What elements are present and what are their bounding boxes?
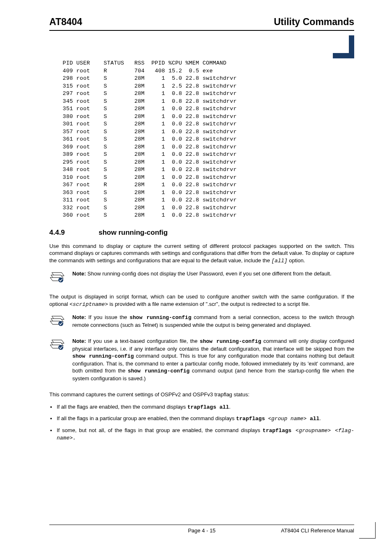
list-item: If some, but not all, of the flags in th… <box>49 427 354 442</box>
note-label: Note: <box>72 314 86 320</box>
section-number: 4.4.9 <box>49 229 99 237</box>
svg-point-11 <box>58 345 63 350</box>
note-icon <box>49 271 67 284</box>
intro-paragraph: Use this command to display or capture t… <box>49 243 354 265</box>
text: . <box>229 404 231 410</box>
note-icon <box>49 338 67 352</box>
text: If you issue the <box>86 314 129 320</box>
note-icon <box>49 314 67 328</box>
text: is provided with a file name extension o… <box>108 301 310 307</box>
note-block-1: Note: Show running-config does not displ… <box>49 270 354 284</box>
code: trapflags <box>263 428 295 434</box>
note-label: Note: <box>72 338 86 344</box>
crop-mark <box>359 522 376 539</box>
code: show running-config <box>129 314 191 321</box>
code: show running-config <box>128 368 189 374</box>
header-section: Utility Commands <box>274 16 354 28</box>
trapflag-list: If all the flags are enabled, then the c… <box>49 403 354 442</box>
footer-page: Page 4 - 15 <box>151 527 252 534</box>
footer-manual: AT8404 CLI Reference Manual <box>253 527 354 534</box>
page-footer: Page 4 - 15 AT8404 CLI Reference Manual <box>49 525 354 534</box>
svg-point-7 <box>58 321 63 326</box>
page-header: AT8404 Utility Commands <box>49 16 354 31</box>
code: trapflags all <box>187 404 229 410</box>
note-block-3: Note: If you use a text-based configurat… <box>49 338 354 382</box>
process-table: PID USER STATUS RSS PPID %CPU %MEM COMMA… <box>56 60 354 220</box>
text: If some, but not all, of the flags in th… <box>57 427 263 433</box>
note-text-2: Note: If you issue the show running-conf… <box>72 314 354 328</box>
svg-point-3 <box>58 278 63 282</box>
text: . <box>319 415 321 421</box>
text: option. <box>288 257 305 264</box>
section-title: show running-config <box>99 229 168 237</box>
code-arg: <group name> <box>268 416 307 422</box>
list-item: If all the flags are enabled, then the c… <box>49 403 354 411</box>
header-product: AT8404 <box>49 16 82 28</box>
code-arg: <scriptname> <box>69 301 108 308</box>
text: If all the flags are enabled, then the c… <box>57 404 187 410</box>
text: Use this command to display or capture t… <box>49 243 354 264</box>
code: show running-config <box>200 338 261 345</box>
text: If you use a text-based configuration fi… <box>86 338 200 344</box>
script-paragraph: The output is displayed in script format… <box>49 293 354 308</box>
code: all <box>307 416 319 422</box>
code-arg: [all] <box>272 258 288 264</box>
note-label: Note: <box>72 271 86 277</box>
text: Show running-config does not display the… <box>86 271 331 277</box>
code: show running-config <box>72 353 134 359</box>
text: If all the flags in a particular group a… <box>57 415 236 421</box>
trapflag-intro: This command captures the current settin… <box>49 391 354 398</box>
note-block-2: Note: If you issue the show running-conf… <box>49 314 354 328</box>
section-heading: 4.4.9 show running-config <box>49 229 354 237</box>
code: trapflags <box>236 416 268 422</box>
note-text-1: Note: Show running-config does not displ… <box>72 270 354 278</box>
note-text-3: Note: If you use a text-based configurat… <box>72 338 354 382</box>
corner-decoration <box>333 35 354 58</box>
list-item: If all the flags in a particular group a… <box>49 415 354 423</box>
